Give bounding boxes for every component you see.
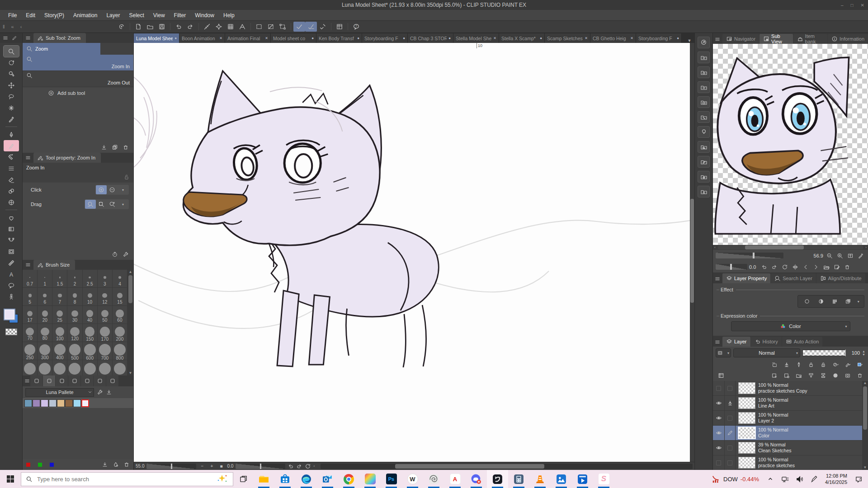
effect-dropdown[interactable]: ▾ [858, 300, 859, 304]
unlock-icon[interactable] [123, 174, 130, 180]
lock-alpha-button[interactable] [819, 360, 828, 369]
layer-property-menu-icon[interactable] [715, 276, 720, 282]
color-swatch[interactable] [24, 399, 32, 407]
taskbar-app-movies-tv[interactable] [572, 470, 593, 488]
brush-size-partial[interactable] [38, 360, 52, 375]
layer-row[interactable]: 100 % Normalpractice sketches [713, 455, 862, 470]
taskbar-search[interactable] [21, 472, 233, 486]
canvas-zoom-slider[interactable] [146, 464, 196, 469]
layer-visibility-toggle[interactable] [713, 426, 725, 440]
quick-color-swatch[interactable] [50, 463, 54, 467]
check-on-button[interactable] [293, 22, 305, 32]
quick-color-swatch[interactable] [26, 463, 30, 467]
redo-button[interactable] [184, 22, 196, 32]
menu-file[interactable]: File [4, 11, 21, 20]
zoom-reset-button[interactable]: ■ [217, 464, 225, 469]
blend-mode-select[interactable]: Normal▾ [733, 348, 800, 357]
subview-rotate-slider[interactable] [716, 264, 747, 270]
drag-area-zoom-button[interactable] [96, 200, 107, 209]
document-tab[interactable]: CB Chap 3 STOR● [408, 33, 453, 43]
folder-image-button[interactable] [698, 141, 710, 153]
document-tab[interactable]: Storyboarding F● [362, 33, 408, 43]
brush-size-scrollbar[interactable]: ▲ ▼ [127, 270, 133, 375]
brush-size-partial[interactable] [67, 360, 82, 375]
brush-size-400[interactable]: 400 [52, 342, 67, 360]
brush-size-3[interactable]: 3 [98, 270, 113, 288]
layer-panel-tab-history[interactable]: History [751, 337, 782, 347]
layer-row[interactable]: 100 % NormalLayer 2 [713, 411, 862, 426]
network-icon[interactable] [778, 470, 792, 488]
brush-size-6[interactable]: 6 [38, 288, 52, 306]
taskbar-app-acrobat[interactable]: A [444, 470, 466, 488]
brush-size-500[interactable]: 500 [67, 342, 82, 360]
close-tab-icon[interactable]: ✕ [630, 36, 633, 40]
brush-size-partial[interactable] [52, 360, 67, 375]
document-tab[interactable]: Stella X Scamp*● [499, 33, 545, 43]
delete-image-button[interactable] [843, 263, 852, 272]
color-set-select[interactable]: Luna Pallete [25, 388, 94, 397]
help-bubble-button[interactable]: ? [350, 22, 362, 32]
brush-size-200[interactable]: 200 [113, 324, 127, 342]
add-subtool-button[interactable]: Add sub tool [23, 87, 133, 99]
undo-button[interactable] [173, 22, 184, 32]
layer-visibility-toggle[interactable] [713, 411, 725, 425]
brush-size-25[interactable]: 25 [52, 306, 67, 324]
canvas-rotate-slider[interactable] [236, 464, 285, 469]
layer-row[interactable]: 100 % NormalColor [713, 426, 862, 441]
color-swatch[interactable] [41, 399, 48, 407]
brush-size-4[interactable]: 4 [113, 270, 127, 288]
merge-down-button[interactable] [819, 371, 828, 380]
minimize-icon[interactable]: – [841, 3, 844, 8]
restore-defaults-icon[interactable] [112, 251, 118, 258]
tips-button[interactable] [698, 126, 710, 138]
delete-subtool-icon[interactable] [123, 144, 129, 150]
brush-size-120[interactable]: 120 [67, 324, 82, 342]
collapse-left2-icon[interactable]: ‹ [20, 24, 22, 29]
next-image-button[interactable] [811, 263, 821, 272]
fill-tool[interactable] [4, 212, 19, 223]
selection-tool[interactable] [4, 91, 19, 102]
brush-size-60[interactable]: 60 [113, 306, 127, 324]
drag-no-zoom-button[interactable] [107, 200, 118, 209]
lock-button[interactable] [807, 360, 816, 369]
material-button[interactable] [334, 22, 345, 32]
expression-color-select[interactable]: Color ▾ [731, 321, 850, 331]
frame-tool[interactable] [4, 246, 19, 257]
taskbar-app-edge[interactable] [296, 470, 317, 488]
quick-color-swatch[interactable] [38, 463, 42, 467]
reference-dd-button[interactable] [831, 360, 840, 369]
brush-size-tab[interactable]: Brush Size [33, 260, 75, 270]
open-image-button[interactable] [822, 263, 831, 272]
brush-size-600[interactable]: 600 [83, 342, 98, 360]
balloon-tool[interactable] [4, 280, 19, 291]
layer-visibility-toggle[interactable] [713, 396, 725, 410]
layer-row[interactable]: 100 % NormalLine Art [713, 396, 862, 411]
draw-dd-button[interactable] [843, 360, 852, 369]
menu-view[interactable]: View [149, 11, 170, 20]
brush-size-700[interactable]: 700 [98, 342, 113, 360]
brush-size-2.5[interactable]: 2.5 [83, 270, 98, 288]
taskbar-app-outlook[interactable] [317, 470, 338, 488]
taskbar-app-file-explorer[interactable] [253, 470, 274, 488]
layer-thumbnail[interactable] [738, 397, 755, 409]
layer-visibility-toggle[interactable] [713, 455, 725, 470]
csp-logo-button[interactable] [116, 22, 127, 32]
menu-filter[interactable]: Filter [170, 11, 191, 20]
brush-size-partial[interactable] [83, 360, 98, 375]
document-tab[interactable]: Animation Final✕ [225, 33, 271, 43]
flip-horizontal-button[interactable] [791, 263, 800, 272]
palette-color-dropdown[interactable]: ▾ [716, 348, 731, 357]
brush-size-partial[interactable] [23, 360, 38, 375]
menu-animation[interactable]: Animation [69, 11, 102, 20]
taskbar-app-s-app[interactable]: S [593, 470, 614, 488]
eyedropper-tool[interactable] [4, 113, 19, 125]
document-tab[interactable]: Model sheet co● [271, 33, 316, 43]
tray-chevron-icon[interactable] [764, 470, 777, 488]
selection-dd-button[interactable] [855, 360, 864, 369]
animation-tool[interactable] [4, 291, 19, 302]
draft-pin-button[interactable] [794, 360, 803, 369]
maximize-icon[interactable]: □ [851, 3, 854, 8]
taskbar-app-microsoft-store[interactable] [274, 470, 296, 488]
subtool-panel-menu-icon[interactable] [25, 35, 31, 41]
brush-size-50[interactable]: 50 [98, 306, 113, 324]
